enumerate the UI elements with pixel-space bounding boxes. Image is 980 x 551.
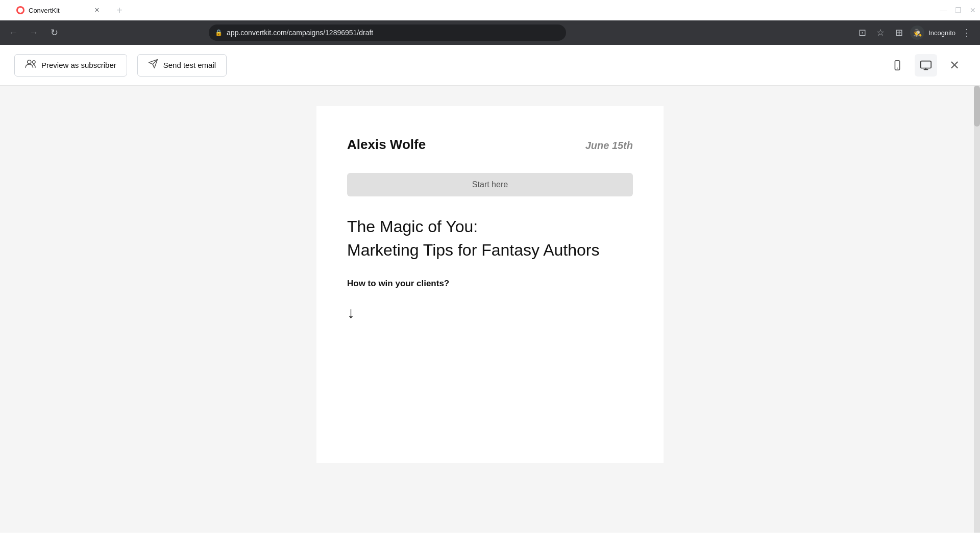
tab-favicon xyxy=(16,6,24,14)
svg-rect-4 xyxy=(921,61,931,68)
email-preview: Alexis Wolfe June 15th Start here The Ma… xyxy=(316,106,664,463)
window-controls: — ❐ ✕ xyxy=(940,6,976,14)
arrow-down-icon: ↓ xyxy=(347,304,633,321)
email-author: Alexis Wolfe xyxy=(347,137,426,153)
email-date: June 15th xyxy=(585,140,633,152)
title-bar: ConvertKit × + — ❐ ✕ xyxy=(0,0,980,20)
svg-point-3 xyxy=(897,67,898,68)
svg-rect-2 xyxy=(895,60,899,69)
email-title-line1: The Magic of You: xyxy=(347,217,633,236)
scrollbar-track[interactable] xyxy=(974,86,980,533)
url-text: app.convertkit.com/campaigns/12896951/dr… xyxy=(227,29,560,37)
scrollbar-thumb[interactable] xyxy=(974,86,980,127)
more-options-icon[interactable]: ⋮ xyxy=(960,26,974,40)
mobile-view-button[interactable] xyxy=(886,54,909,77)
send-icon xyxy=(148,59,158,71)
new-tab-button[interactable]: + xyxy=(112,3,127,17)
incognito-label: Incognito xyxy=(928,29,955,37)
extensions-icon[interactable]: ⊞ xyxy=(892,26,906,40)
email-header: Alexis Wolfe June 15th xyxy=(347,137,633,153)
tab-title: ConvertKit xyxy=(29,7,88,14)
send-test-email-button[interactable]: Send test email xyxy=(137,54,227,77)
reload-button[interactable]: ↻ xyxy=(47,26,61,40)
tab-close-button[interactable]: × xyxy=(92,5,102,15)
app-toolbar: Preview as subscriber Send test email xyxy=(0,45,980,86)
app-container: Preview as subscriber Send test email xyxy=(0,45,980,533)
email-question: How to win your clients? xyxy=(347,279,633,289)
back-button[interactable]: ← xyxy=(6,26,20,40)
maximize-button[interactable]: ❐ xyxy=(955,6,962,14)
star-icon[interactable]: ☆ xyxy=(873,26,888,40)
close-preview-button[interactable]: ✕ xyxy=(943,54,966,77)
close-icon: ✕ xyxy=(949,58,960,72)
minimize-button[interactable]: — xyxy=(940,6,947,14)
active-tab[interactable]: ConvertKit × xyxy=(8,1,110,19)
email-nav-bar[interactable]: Start here xyxy=(347,173,633,196)
incognito-icon: 🕵 xyxy=(913,29,922,37)
nav-bar-text: Start here xyxy=(472,180,508,189)
preview-area[interactable]: Alexis Wolfe June 15th Start here The Ma… xyxy=(0,86,980,533)
svg-point-0 xyxy=(28,60,31,64)
address-bar[interactable]: 🔒 app.convertkit.com/campaigns/12896951/… xyxy=(209,24,566,41)
cast-icon[interactable]: ⊡ xyxy=(855,26,869,40)
tab-bar: ConvertKit × + xyxy=(4,1,131,19)
send-test-label: Send test email xyxy=(163,61,216,69)
view-controls: ✕ xyxy=(886,54,966,77)
desktop-view-button[interactable] xyxy=(915,54,937,77)
forward-button[interactable]: → xyxy=(27,26,41,40)
preview-subscriber-label: Preview as subscriber xyxy=(41,61,116,69)
lock-icon: 🔒 xyxy=(215,29,223,36)
profile-button[interactable]: 🕵 xyxy=(910,26,924,40)
window-close-button[interactable]: ✕ xyxy=(970,6,976,14)
preview-subscriber-icon xyxy=(25,59,36,71)
browser-chrome: ConvertKit × + — ❐ ✕ ← → ↻ 🔒 app.convert… xyxy=(0,0,980,45)
svg-point-1 xyxy=(33,61,35,63)
email-title-line2: Marketing Tips for Fantasy Authors xyxy=(347,240,633,260)
browser-toolbar-right: ⊡ ☆ ⊞ 🕵 Incognito ⋮ xyxy=(855,26,974,40)
address-bar-row: ← → ↻ 🔒 app.convertkit.com/campaigns/128… xyxy=(0,20,980,45)
preview-subscriber-button[interactable]: Preview as subscriber xyxy=(14,54,127,77)
